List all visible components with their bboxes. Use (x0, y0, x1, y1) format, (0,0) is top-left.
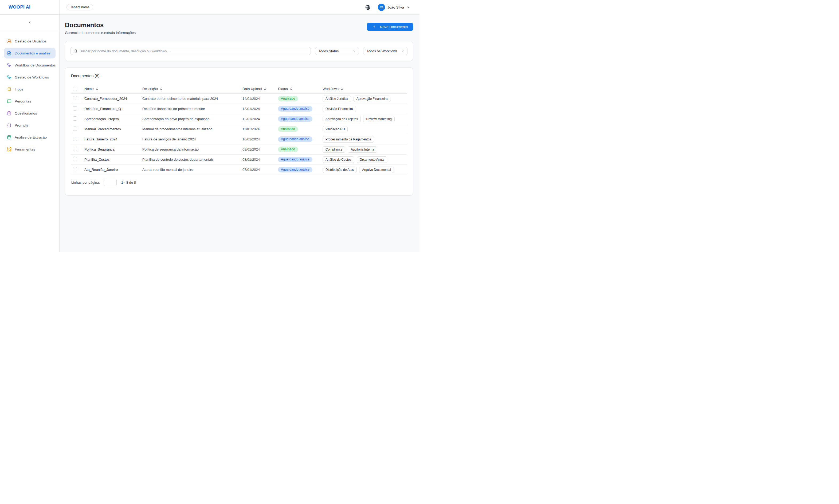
row-checkbox[interactable] (73, 106, 77, 110)
table-row[interactable]: Planilha_CustosPlanilha de controle de c… (71, 155, 407, 165)
table-row[interactable]: Ata_Reunião_JaneiroAta da reunião mensal… (71, 165, 407, 175)
document-name: Apresentação_Projeto (84, 117, 142, 121)
workflow-chip: Processamento de Pagamentos (323, 136, 374, 143)
document-upload-date: 07/01/2024 (243, 168, 278, 172)
document-workflows-cell: Análise JurídicaAprovação Financeira (323, 95, 407, 102)
workflow-filter-select[interactable]: Todos os Workflows (363, 47, 408, 55)
search-icon (73, 49, 77, 53)
status-badge: Aguardando análise (278, 157, 313, 162)
sidebar-item-label: Tipos (15, 87, 23, 91)
table-row[interactable]: Manual_ProcedimentosManual de procedimen… (71, 124, 407, 134)
sidebar-item-questionarios[interactable]: Questionários (4, 108, 56, 119)
row-checkbox-cell (73, 157, 84, 162)
row-checkbox-cell (73, 127, 84, 132)
column-label: Nome (84, 87, 94, 91)
sidebar-item-analise-de-extracao[interactable]: Análise de Extração (4, 132, 56, 143)
filters-card: Todos Status Todos os Workflows (65, 41, 413, 61)
column-header-descricao[interactable]: Descrição (142, 87, 243, 91)
sidebar-collapse-button[interactable] (0, 15, 59, 30)
message-square-icon (7, 99, 12, 104)
table-header-row: Nome Descrição Data Upload Status (71, 84, 407, 94)
tenant-chip[interactable]: Tenant name (67, 4, 93, 11)
sidebar-item-ferramentas[interactable]: Ferramentas (4, 144, 56, 155)
sidebar-item-perguntas[interactable]: Perguntas (4, 96, 56, 107)
content-area: Documentos Gerencie documentos e extraia… (59, 15, 420, 252)
sidebar-item-documentos-e-analise[interactable]: Documentos e análise (4, 48, 56, 58)
table-row[interactable]: Relatório_Financeiro_Q1Relatório finance… (71, 104, 407, 114)
document-description: Ata da reunião mensal de janeiro (142, 168, 243, 172)
header-actions: JS João Silva (365, 4, 410, 11)
workflow-chip: Arquivo Documental (359, 166, 394, 173)
table-row[interactable]: Fatura_Janeiro_2024Fatura de serviços de… (71, 134, 407, 144)
brand-logo: WOOPI AI (8, 4, 31, 10)
row-checkbox[interactable] (73, 127, 77, 131)
row-checkbox[interactable] (73, 96, 77, 101)
column-label: Workflows (323, 87, 339, 91)
chevron-down-icon (353, 49, 356, 53)
document-description: Política de segurança da informação (142, 147, 243, 151)
workflow-chip: Aprovação Financeira (354, 95, 391, 102)
language-globe-button[interactable] (365, 5, 370, 10)
sidebar-item-label: Gestão de Workflows (15, 75, 49, 79)
chevron-down-icon (401, 49, 405, 53)
document-name: Política_Segurança (84, 147, 142, 151)
database-icon (7, 135, 12, 140)
top-header: Tenant name JS João Silva (59, 0, 420, 15)
document-upload-date: 14/01/2024 (243, 97, 278, 101)
document-description: Manual de procedimentos internos atualiz… (142, 127, 243, 131)
document-status-cell: Analisado (278, 96, 323, 102)
row-checkbox[interactable] (73, 167, 77, 172)
document-upload-date: 08/01/2024 (243, 158, 278, 162)
status-badge: Analisado (278, 147, 298, 152)
column-header-nome[interactable]: Nome (84, 87, 142, 91)
document-description: Relatório financeiro do primeiro trimest… (142, 107, 243, 111)
status-badge: Aguardando análise (278, 106, 313, 112)
document-status-cell: Aguardando análise (278, 106, 323, 112)
status-badge: Aguardando análise (278, 167, 313, 173)
row-checkbox[interactable] (73, 116, 77, 121)
document-upload-date: 13/01/2024 (243, 107, 278, 111)
table-title: Documentos (8) (71, 73, 407, 78)
rows-per-page-input[interactable] (104, 179, 117, 186)
globe-icon (365, 5, 370, 10)
document-name: Ata_Reunião_Janeiro (84, 168, 142, 172)
new-document-button[interactable]: Novo Documento (367, 23, 413, 31)
user-menu[interactable]: JS João Silva (378, 4, 410, 11)
table-row[interactable]: Apresentação_ProjetoApresentação do novo… (71, 114, 407, 124)
sidebar-item-label: Workflow de Documentos (15, 63, 56, 67)
workflow-chip: Revisão Financeira (323, 106, 356, 112)
document-status-cell: Aguardando análise (278, 137, 323, 142)
workflow-filter-value: Todos os Workflows (367, 49, 397, 53)
row-checkbox[interactable] (73, 137, 77, 141)
workflow-chip: Compliance (323, 146, 345, 153)
braces-icon (7, 123, 12, 128)
clipboard-list-icon (7, 111, 12, 115)
search-input[interactable] (79, 49, 308, 53)
brand-logo-box: WOOPI AI (0, 0, 59, 15)
pagination: Linhas por página: 1 - 8 de 8 (71, 179, 407, 186)
select-all-checkbox[interactable] (73, 87, 77, 91)
column-header-data-upload[interactable]: Data Upload (243, 87, 278, 91)
row-checkbox[interactable] (73, 147, 77, 151)
document-upload-date: 09/01/2024 (243, 147, 278, 151)
document-name: Manual_Procedimentos (84, 127, 142, 131)
table-row[interactable]: Política_SegurançaPolítica de segurança … (71, 144, 407, 155)
status-badge: Analisado (278, 96, 298, 102)
column-header-workflows[interactable]: Workflows (323, 87, 407, 91)
sidebar-item-gestao-de-workflows[interactable]: Gestão de Workflows (4, 72, 56, 83)
document-workflows-cell: Análise de CustosOrçamento Anual (323, 157, 407, 163)
row-checkbox[interactable] (73, 157, 77, 161)
row-checkbox-cell (73, 116, 84, 122)
status-filter-select[interactable]: Todos Status (315, 47, 359, 55)
document-name: Contrato_Fornecedor_2024 (84, 97, 142, 101)
sidebar-item-prompts[interactable]: Prompts (4, 120, 56, 130)
column-header-status[interactable]: Status (278, 87, 323, 91)
sidebar-item-workflow-de-documentos[interactable]: Workflow de Documentos (4, 60, 56, 71)
user-name: João Silva (388, 5, 404, 10)
status-badge: Aguardando análise (278, 137, 313, 142)
document-workflows-cell: ComplianceAuditoria Interna (323, 146, 407, 153)
document-description: Fatura de serviços de janeiro 2024 (142, 137, 243, 141)
sidebar-item-tipos[interactable]: Tipos (4, 84, 56, 94)
sidebar-item-gestao-de-usuarios[interactable]: Gestão de Usuários (4, 36, 56, 47)
table-row[interactable]: Contrato_Fornecedor_2024Contrato de forn… (71, 94, 407, 104)
